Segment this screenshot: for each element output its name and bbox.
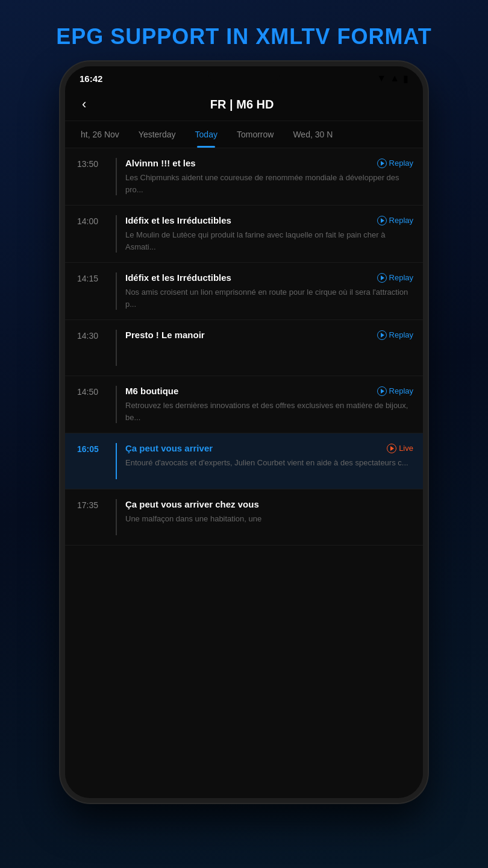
program-content: M6 boutique Replay Retrouvez les dernièr… <box>125 386 413 423</box>
program-item[interactable]: 13:50 Alvinnn !!! et les Replay Les Chip… <box>65 148 423 206</box>
program-title-row: Idéfix et les Irréductibles Replay <box>125 272 413 283</box>
program-title-row: Presto ! Le manoir Replay <box>125 330 413 340</box>
play-icon <box>377 330 387 340</box>
program-title: Ça peut vous arriver chez vous <box>125 499 408 509</box>
play-icon <box>387 444 396 453</box>
phone-notch <box>208 66 280 83</box>
tab-yesterday[interactable]: Yesterday <box>129 121 186 148</box>
play-icon <box>377 386 387 396</box>
program-content: Presto ! Le manoir Replay <box>125 330 413 344</box>
time-divider <box>116 443 117 479</box>
program-title-row: Idéfix et les Irréductibles Replay <box>125 215 413 225</box>
time-divider <box>116 386 117 423</box>
program-title: Idéfix et les Irréductibles <box>125 272 372 283</box>
replay-label: Replay <box>389 216 413 225</box>
page-title: EPG SUPPORT IN XMLTV FORMAT <box>44 0 444 61</box>
replay-label: Replay <box>389 386 413 395</box>
tab-tomorrow[interactable]: Tomorrow <box>227 121 283 148</box>
time-divider <box>116 330 117 366</box>
date-tabs: ht, 26 Nov Yesterday Today Tomorrow Wed,… <box>65 121 423 148</box>
program-item[interactable]: 14:30 Presto ! Le manoir Replay <box>65 320 423 376</box>
replay-label: Replay <box>389 330 413 339</box>
signal-icon: ▲ <box>390 73 399 84</box>
back-button[interactable]: ‹ <box>77 94 91 115</box>
play-icon <box>377 273 387 283</box>
program-item-current[interactable]: 16:05 Ça peut vous arriver Live Entouré … <box>65 433 423 489</box>
channel-title: FR | M6 HD <box>97 98 387 112</box>
replay-button[interactable]: Replay <box>377 330 413 340</box>
live-button[interactable]: Live <box>387 444 413 453</box>
program-description: Le Moulin de Lutèce qui produit la farin… <box>125 229 413 253</box>
replay-button[interactable]: Replay <box>377 273 413 283</box>
program-item[interactable]: 14:50 M6 boutique Replay Retrouvez les d… <box>65 376 423 433</box>
tab-wed-30[interactable]: Wed, 30 N <box>283 121 342 148</box>
program-time: 14:50 <box>77 386 107 397</box>
tab-26-nov[interactable]: ht, 26 Nov <box>71 121 129 148</box>
phone-frame: 16:42 ▼ ▲ ▮ ‹ FR | M6 HD ht, 26 Nov Yest… <box>60 61 428 803</box>
program-item[interactable]: 14:15 Idéfix et les Irréductibles Replay… <box>65 263 423 320</box>
wifi-icon: ▼ <box>377 73 386 84</box>
program-content: Idéfix et les Irréductibles Replay Le Mo… <box>125 215 413 253</box>
program-title-row: Ça peut vous arriver chez vous <box>125 499 413 509</box>
program-item[interactable]: 17:35 Ça peut vous arriver chez vous Une… <box>65 489 423 546</box>
program-title: Idéfix et les Irréductibles <box>125 215 372 225</box>
program-description: Retrouvez les dernières innovations et d… <box>125 400 413 423</box>
time-divider <box>116 215 117 253</box>
program-title: Presto ! Le manoir <box>125 330 372 340</box>
program-description: Nos amis croisent un lion emprisonné en … <box>125 286 413 310</box>
status-time: 16:42 <box>80 74 102 84</box>
program-description: Les Chipmunks aident une coureuse de ren… <box>125 172 413 195</box>
program-time: 13:50 <box>77 158 107 169</box>
program-title: M6 boutique <box>125 386 372 396</box>
live-label: Live <box>399 444 413 453</box>
program-description: Entouré d'avocats et d'experts, Julien C… <box>125 457 413 469</box>
program-time: 14:00 <box>77 215 107 226</box>
program-title-row: Ça peut vous arriver Live <box>125 443 413 453</box>
program-content: Idéfix et les Irréductibles Replay Nos a… <box>125 272 413 310</box>
time-divider <box>116 272 117 310</box>
program-item[interactable]: 14:00 Idéfix et les Irréductibles Replay… <box>65 206 423 263</box>
time-divider <box>116 158 117 195</box>
battery-icon: ▮ <box>403 73 408 84</box>
program-time: 16:05 <box>77 443 107 454</box>
play-icon <box>377 216 387 225</box>
program-description: Une malfaçon dans une habitation, une <box>125 513 413 525</box>
program-title: Alvinnn !!! et les <box>125 158 372 168</box>
tab-today[interactable]: Today <box>186 121 227 148</box>
app-header: ‹ FR | M6 HD <box>65 88 423 121</box>
replay-label: Replay <box>389 159 413 168</box>
status-icons: ▼ ▲ ▮ <box>377 73 408 84</box>
program-time: 14:15 <box>77 272 107 283</box>
program-content: Ça peut vous arriver Live Entouré d'avoc… <box>125 443 413 469</box>
program-title: Ça peut vous arriver <box>125 443 382 453</box>
program-list: 13:50 Alvinnn !!! et les Replay Les Chip… <box>65 148 423 798</box>
program-title-row: M6 boutique Replay <box>125 386 413 396</box>
program-time: 17:35 <box>77 499 107 510</box>
replay-button[interactable]: Replay <box>377 216 413 225</box>
program-content: Ça peut vous arriver chez vous Une malfa… <box>125 499 413 525</box>
play-icon <box>377 159 387 168</box>
program-content: Alvinnn !!! et les Replay Les Chipmunks … <box>125 158 413 195</box>
program-title-row: Alvinnn !!! et les Replay <box>125 158 413 168</box>
replay-button[interactable]: Replay <box>377 386 413 396</box>
replay-button[interactable]: Replay <box>377 159 413 168</box>
time-divider <box>116 499 117 535</box>
program-time: 14:30 <box>77 330 107 341</box>
replay-label: Replay <box>389 273 413 282</box>
